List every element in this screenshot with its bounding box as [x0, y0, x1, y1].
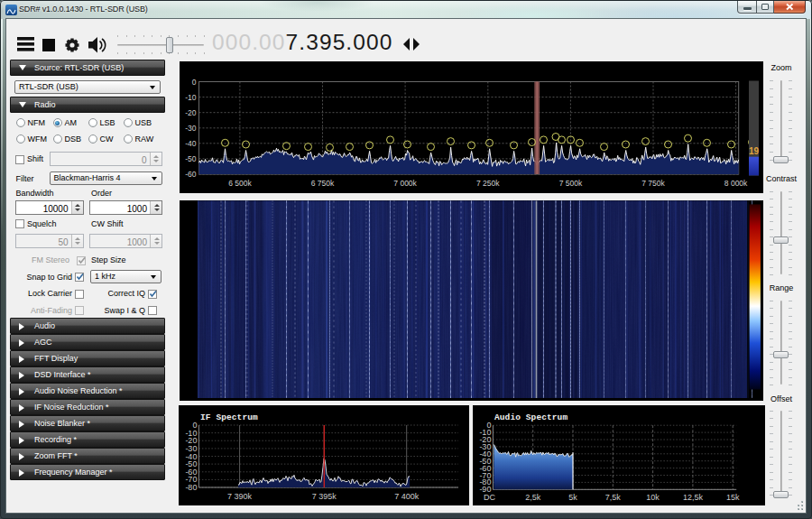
- svg-text:2,5k: 2,5k: [525, 493, 541, 502]
- svg-text:12,5k: 12,5k: [683, 493, 704, 502]
- svg-text:7,5k: 7,5k: [605, 493, 622, 502]
- svg-text:-10: -10: [185, 93, 197, 102]
- svg-text:15k: 15k: [726, 493, 740, 502]
- svg-text:7 250k: 7 250k: [476, 179, 500, 188]
- svg-text:7 000k: 7 000k: [393, 179, 417, 188]
- svg-text:-20: -20: [185, 108, 197, 117]
- svg-text:8 000k: 8 000k: [724, 179, 748, 188]
- svg-text:7 500k: 7 500k: [559, 179, 583, 188]
- svg-text:-50: -50: [185, 154, 197, 163]
- svg-text:19: 19: [749, 146, 760, 156]
- svg-text:-30: -30: [185, 124, 197, 133]
- svg-text:7 400k: 7 400k: [394, 492, 420, 501]
- svg-text:6 500k: 6 500k: [228, 179, 252, 188]
- svg-text:5k: 5k: [568, 493, 577, 502]
- svg-text:IF Spectrum: IF Spectrum: [200, 412, 258, 422]
- svg-text:10k: 10k: [646, 493, 660, 502]
- svg-text:7 395k: 7 395k: [312, 492, 337, 501]
- svg-text:7 390k: 7 390k: [227, 492, 253, 501]
- svg-text:-40: -40: [185, 139, 197, 148]
- svg-text:-60: -60: [185, 170, 197, 179]
- svg-text:6 750k: 6 750k: [311, 179, 335, 188]
- svg-text:0: 0: [192, 78, 197, 87]
- svg-text:7 750k: 7 750k: [641, 179, 665, 188]
- svg-text:DC: DC: [484, 493, 495, 502]
- svg-text:-80: -80: [185, 483, 197, 492]
- svg-text:Audio Spectrum: Audio Spectrum: [494, 412, 567, 422]
